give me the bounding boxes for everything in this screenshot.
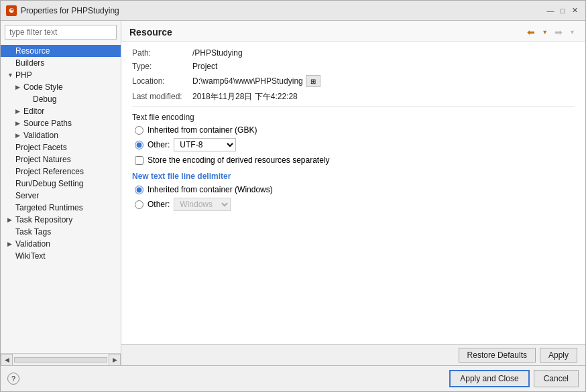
text-encoding-header: Text file encoding <box>132 113 575 122</box>
close-button[interactable]: ✕ <box>569 5 580 16</box>
titlebar: ☯ Properties for PHPStudying — □ ✕ <box>1 1 585 21</box>
inherited-encoding-radio[interactable] <box>135 126 143 135</box>
last-modified-row: Last modified: 2018年11月28日 下午4:22:28 <box>132 91 575 103</box>
sidebar-item-targeted-runtimes[interactable]: Targeted Runtimes <box>1 202 121 214</box>
apply-button[interactable]: Apply <box>540 348 577 363</box>
sidebar-item-label: Resource <box>15 46 50 56</box>
sidebar-item-editor[interactable]: ▶ Editor <box>1 105 121 117</box>
line-delimiter-select[interactable]: Windows Unix Mac OS X <box>174 198 231 211</box>
sidebar-scrollbar: ◀ ▶ <box>1 353 121 365</box>
other-line-radio[interactable] <box>135 200 143 209</box>
content-area: Resource ⬅ ▼ ➡ ▼ Path: /PHPStudying Type… <box>121 21 585 365</box>
window-controls: — □ ✕ <box>545 5 580 16</box>
divider1 <box>132 107 575 107</box>
content-nav: ⬅ ▼ ➡ ▼ <box>525 26 577 38</box>
sidebar-item-validation-php[interactable]: ▶ Validation <box>1 129 121 141</box>
sidebar-item-builders[interactable]: Builders <box>1 57 121 69</box>
sidebar-item-label: Targeted Runtimes <box>15 203 83 212</box>
sidebar-item-project-references[interactable]: Project References <box>1 166 121 178</box>
bottom-right: Apply and Close Cancel <box>449 370 579 387</box>
sidebar-item-task-tags[interactable]: Task Tags <box>1 226 121 238</box>
location-label: Location: <box>132 76 192 86</box>
sidebar-item-task-repository[interactable]: ▶ Task Repository <box>1 214 121 226</box>
chevron-right-icon: ▶ <box>7 216 14 223</box>
sidebar-item-validation[interactable]: ▶ Validation <box>1 238 121 250</box>
sidebar-item-project-natures[interactable]: Project Natures <box>1 153 121 166</box>
sidebar-item-project-facets[interactable]: Project Facets <box>1 141 121 153</box>
sidebar-item-label: PHP <box>15 70 32 80</box>
last-modified-value: 2018年11月28日 下午4:22:28 <box>192 91 298 103</box>
nav-back-button[interactable]: ⬅ <box>525 26 537 38</box>
inherited-line-radio[interactable] <box>135 186 143 194</box>
app-icon: ☯ <box>6 5 17 16</box>
sidebar-item-resource[interactable]: Resource <box>1 45 121 57</box>
type-label: Type: <box>132 62 192 71</box>
bottom-bar: ? Apply and Close Cancel <box>1 365 585 391</box>
new-line-header: New text file line delimiter <box>132 172 575 181</box>
chevron-right-icon: ▶ <box>15 108 22 115</box>
sidebar-item-wikitext[interactable]: WikiText <box>1 250 121 262</box>
inner-action-row: Restore Defaults Apply <box>121 344 585 365</box>
line-delimiter-radio-group: Inherited from container (Windows) Other… <box>135 185 575 211</box>
filter-input[interactable] <box>5 25 117 40</box>
location-browse-button[interactable]: ⊞ <box>306 75 320 87</box>
location-row: Location: D:\wamp64\www\PHPStudying ⊞ <box>132 75 575 87</box>
bottom-left: ? <box>7 373 19 385</box>
sidebar-item-source-paths[interactable]: ▶ Source Paths <box>1 117 121 129</box>
store-encoding-checkbox[interactable] <box>135 156 143 165</box>
sidebar-item-label: Source Paths <box>23 119 72 128</box>
sidebar-item-label: Debug <box>33 94 56 104</box>
sidebar-item-php[interactable]: ▼ PHP <box>1 69 121 81</box>
sidebar-item-label: Editor <box>23 107 44 116</box>
sidebar-item-label: Code Style <box>23 82 63 92</box>
sidebar-item-run-debug[interactable]: Run/Debug Setting <box>1 178 121 190</box>
other-encoding-radio[interactable] <box>135 141 143 149</box>
nav-back-dropdown-button[interactable]: ▼ <box>540 28 550 36</box>
content-body: Path: /PHPStudying Type: Project Locatio… <box>121 42 585 344</box>
scroll-right-btn[interactable]: ▶ <box>109 354 121 366</box>
apply-and-close-button[interactable]: Apply and Close <box>449 370 529 387</box>
minimize-button[interactable]: — <box>545 5 556 16</box>
location-value-row: D:\wamp64\www\PHPStudying ⊞ <box>192 75 320 87</box>
type-value: Project <box>192 62 217 71</box>
sidebar-item-label: Project Facets <box>15 143 67 152</box>
help-icon[interactable]: ? <box>7 373 19 385</box>
chevron-right-icon: ▶ <box>15 120 22 127</box>
inherited-line-row: Inherited from container (Windows) <box>135 185 575 194</box>
inherited-line-label: Inherited from container (Windows) <box>148 185 273 194</box>
other-line-label: Other: <box>148 200 170 209</box>
chevron-right-icon: ▶ <box>15 132 22 139</box>
nav-forward-dropdown-button[interactable]: ▼ <box>567 28 577 36</box>
nav-forward-button[interactable]: ➡ <box>552 26 565 38</box>
restore-defaults-button[interactable]: Restore Defaults <box>459 348 536 363</box>
sidebar-item-label: Builders <box>15 58 44 68</box>
scroll-track <box>14 357 107 363</box>
maximize-button[interactable]: □ <box>557 5 568 16</box>
chevron-right-icon: ▶ <box>15 84 22 90</box>
inherited-encoding-row: Inherited from container (GBK) <box>135 125 575 135</box>
scroll-left-btn[interactable]: ◀ <box>1 354 13 366</box>
encoding-radio-group: Inherited from container (GBK) Other: UT… <box>135 125 575 151</box>
sidebar-item-server[interactable]: Server <box>1 190 121 202</box>
other-encoding-row: Other: UTF-8 ISO-8859-1 US-ASCII UTF-16 … <box>135 138 575 151</box>
path-label: Path: <box>132 48 192 58</box>
sidebar-item-label: Validation <box>23 131 58 140</box>
last-modified-label: Last modified: <box>132 92 192 101</box>
sidebar-item-label: Validation <box>15 239 50 249</box>
sidebar-item-label: Run/Debug Setting <box>15 179 83 188</box>
window-title: Properties for PHPStudying <box>21 6 541 15</box>
encoding-select[interactable]: UTF-8 ISO-8859-1 US-ASCII UTF-16 UTF-16B… <box>174 138 236 151</box>
sidebar-item-code-style[interactable]: ▶ Code Style <box>1 81 121 93</box>
sidebar-item-label: Task Repository <box>15 215 72 224</box>
sidebar-item-label: WikiText <box>15 251 46 261</box>
location-value: D:\wamp64\www\PHPStudying <box>192 76 303 86</box>
path-row: Path: /PHPStudying <box>132 48 575 58</box>
tree-area: Resource Builders ▼ PHP ▶ Code Style <box>1 44 121 353</box>
properties-window: ☯ Properties for PHPStudying — □ ✕ Resou… <box>0 0 586 392</box>
inherited-encoding-label: Inherited from container (GBK) <box>148 125 257 135</box>
sidebar-item-debug[interactable]: Debug <box>1 93 121 105</box>
sidebar-item-label: Task Tags <box>15 227 51 237</box>
cancel-button[interactable]: Cancel <box>534 370 579 387</box>
store-encoding-label: Store the encoding of derived resources … <box>148 155 330 165</box>
type-row: Type: Project <box>132 62 575 71</box>
